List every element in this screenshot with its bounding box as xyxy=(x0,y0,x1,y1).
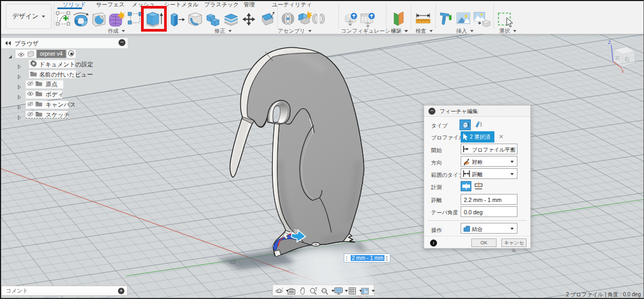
svg-text:X: X xyxy=(621,69,624,74)
svg-text:前: 前 xyxy=(615,55,620,61)
svg-text:右: 右 xyxy=(624,56,630,62)
svg-text:Z: Z xyxy=(608,40,611,45)
svg-text:1.20: 1.20 xyxy=(290,228,299,234)
